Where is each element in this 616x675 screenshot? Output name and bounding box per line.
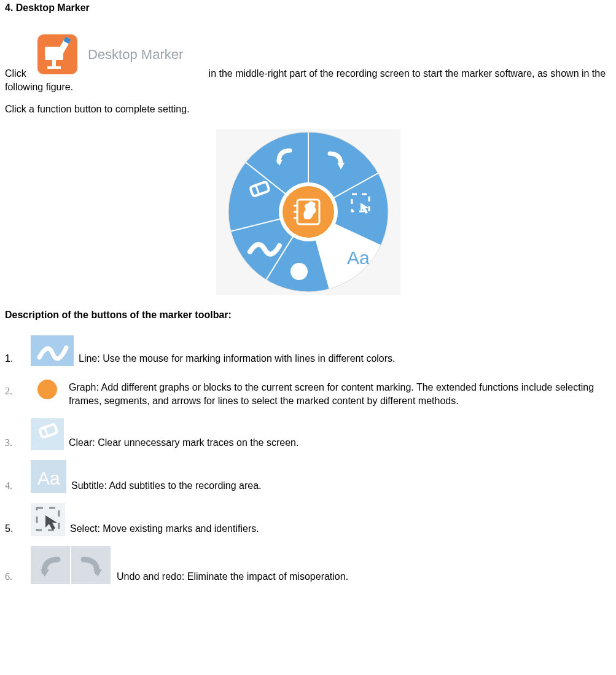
select-icon <box>31 503 65 536</box>
list-item: 2. Graph: Add different graphs or blocks… <box>5 376 611 408</box>
svg-rect-42 <box>71 546 111 584</box>
clear-icon <box>31 418 64 450</box>
graph-icon <box>31 376 64 403</box>
item-number: 1. <box>5 352 31 365</box>
item-number: 6. <box>5 570 31 583</box>
item-text: Subtitle: Add subtitles to the recording… <box>71 479 611 493</box>
toolbar-button-list: 1. Line: Use the mouse for marking infor… <box>5 335 611 584</box>
svg-rect-2 <box>52 60 56 66</box>
svg-point-22 <box>290 263 308 280</box>
item-text: Clear: Clear unnecessary mark traces on … <box>69 436 611 450</box>
desktop-marker-label: Desktop Marker <box>88 47 183 62</box>
item-number: 3. <box>5 436 31 450</box>
svg-text:Aa: Aa <box>37 468 60 488</box>
radial-menu-figure: Aa <box>5 129 611 295</box>
line-icon <box>31 335 74 366</box>
list-item: 3. Clear: Clear unnecessary mark traces … <box>5 418 611 450</box>
section-heading: 4. Desktop Marker <box>5 2 611 14</box>
svg-rect-41 <box>31 546 70 584</box>
item-number: 5. <box>5 522 31 536</box>
item-text: Select: Move existing marks and identifi… <box>70 522 611 536</box>
svg-rect-3 <box>47 66 61 69</box>
desktop-marker-icon: Desktop Marker <box>31 28 203 80</box>
item-number: 4. <box>5 479 31 493</box>
item-text: Graph: Add different graphs or blocks to… <box>69 376 611 408</box>
undo-redo-icon <box>31 546 112 584</box>
subtitle-icon: Aa <box>31 460 66 493</box>
description-heading: Description of the buttons of the marker… <box>5 310 611 321</box>
list-item: 5. Select: Move existing marks and ident… <box>5 503 611 536</box>
intro-paragraph-2: Click a function button to complete sett… <box>5 103 611 116</box>
list-item: 1. Line: Use the mouse for marking infor… <box>5 335 611 366</box>
item-number: 2. <box>5 376 31 398</box>
list-item: 4. Aa Subtitle: Add subtitles to the rec… <box>5 460 611 493</box>
item-text: Undo and redo: Eliminate the impact of m… <box>117 570 611 583</box>
intro-text-prefix: Click <box>5 68 26 79</box>
svg-text:Aa: Aa <box>347 248 370 268</box>
list-item: 6. Undo and redo: Eliminate the impact o… <box>5 546 611 584</box>
intro-paragraph-1: Click Desktop Marker in the middle-right… <box>5 28 611 94</box>
svg-point-32 <box>37 380 57 399</box>
item-text: Line: Use the mouse for marking informat… <box>79 352 611 365</box>
